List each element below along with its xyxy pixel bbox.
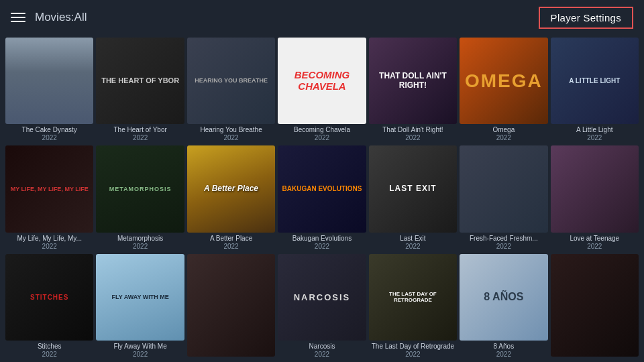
movie-item-last-exit[interactable]: LAST EXIT Last Exit 2022: [369, 145, 457, 251]
poster-text-row3g: [551, 254, 639, 357]
movie-poster-last-day-retrograde: THE LAST DAY OF RETROGRADE: [369, 254, 457, 341]
menu-icon[interactable]: [11, 13, 25, 22]
movie-title-that-doll: That Doll Ain't Right!: [369, 125, 457, 134]
movie-info-omega: Omega 2022: [460, 124, 547, 143]
movie-year-a-better-place: 2022: [187, 243, 275, 250]
movie-title-fly-away-with-me: Fly Away With Me: [96, 342, 184, 351]
movie-poster-bakugan-evolutions: BAKUGAN EVOLUTIONS: [278, 145, 366, 232]
movie-poster-narcosis: NARCOSIS: [278, 254, 366, 341]
poster-text-that-doll: THAT DOLL AIN'T RIGHT!: [369, 38, 457, 124]
poster-text-hearing-you-breathe: HEARING YOU BREATHE: [187, 38, 275, 124]
movie-item-fresh-faced[interactable]: Fresh-Faced Freshm... 2022: [460, 145, 547, 251]
poster-text-a-little-light: A LITTLE LIGHT: [551, 38, 639, 124]
poster-text-a-better-place: A Better Place: [187, 145, 275, 232]
movie-title-metamorphosis: Metamorphosis: [96, 234, 184, 243]
movie-year-fresh-faced: 2022: [460, 243, 547, 250]
movie-info-cake-dynasty: The Cake Dynasty 2022: [5, 124, 93, 143]
movie-title-a-better-place: A Better Place: [187, 234, 275, 243]
movie-info-my-life: My Life, My Life, My... 2022: [5, 233, 93, 251]
movie-item-cake-dynasty[interactable]: The Cake Dynasty 2022: [5, 38, 93, 143]
movie-info-that-doll: That Doll Ain't Right! 2022: [369, 124, 457, 143]
movie-year-last-exit: 2022: [369, 243, 457, 250]
movie-year-heart-of-ybor: 2022: [96, 134, 184, 141]
movie-item-love-at-teenage[interactable]: Love at Teenage 2022: [551, 145, 639, 251]
movie-title-8-anos: 8 Años: [460, 342, 547, 351]
movie-year-stitches: 2022: [5, 351, 93, 358]
movie-poster-stitches: STITCHES: [5, 254, 93, 341]
movie-item-metamorphosis[interactable]: METAMORPHOSIS Metamorphosis 2022: [96, 145, 184, 251]
movie-title-last-exit: Last Exit: [369, 234, 457, 243]
movie-title-last-day-retrograde: The Last Day of Retrograde: [369, 342, 457, 351]
movie-item-heart-of-ybor[interactable]: THE HEART OF YBOR The Heart of Ybor 2022: [96, 38, 184, 143]
movie-item-that-doll[interactable]: THAT DOLL AIN'T RIGHT! That Doll Ain't R…: [369, 38, 457, 143]
movie-year-fly-away-with-me: 2022: [96, 351, 184, 358]
poster-text-last-day-retrograde: THE LAST DAY OF RETROGRADE: [369, 254, 457, 341]
movie-item-row3c[interactable]: [187, 254, 275, 359]
movie-item-narcosis[interactable]: NARCOSIS Narcosis 2022: [278, 254, 366, 359]
movie-poster-a-better-place: A Better Place: [187, 145, 275, 232]
movie-poster-hearing-you-breathe: HEARING YOU BREATHE: [187, 38, 275, 124]
movie-info-metamorphosis: Metamorphosis 2022: [96, 233, 184, 251]
movie-poster-omega: OMEGA: [460, 38, 547, 124]
movie-title-my-life: My Life, My Life, My...: [5, 234, 93, 243]
movie-poster-love-at-teenage: [551, 145, 639, 232]
movie-poster-metamorphosis: METAMORPHOSIS: [96, 145, 184, 232]
movie-item-becoming-chavela[interactable]: BECOMING CHAVELA Becoming Chavela 2022: [278, 38, 366, 143]
movie-info-becoming-chavela: Becoming Chavela 2022: [278, 124, 366, 143]
movie-title-narcosis: Narcosis: [278, 342, 366, 351]
movie-poster-that-doll: THAT DOLL AIN'T RIGHT!: [369, 38, 457, 124]
movie-title-love-at-teenage: Love at Teenage: [551, 234, 639, 243]
movie-item-my-life[interactable]: MY LIFE, MY LIFE, MY LIFE My Life, My Li…: [5, 145, 93, 251]
movie-poster-my-life: MY LIFE, MY LIFE, MY LIFE: [5, 145, 93, 232]
movie-title-a-little-light: A Little Light: [551, 125, 639, 134]
poster-text-heart-of-ybor: THE HEART OF YBOR: [96, 38, 184, 124]
movie-year-hearing-you-breathe: 2022: [187, 134, 275, 141]
movie-year-a-little-light: 2022: [551, 134, 639, 141]
movie-info-8-anos: 8 Años 2022: [460, 341, 547, 359]
header: Movies:All Player Settings: [0, 0, 644, 35]
movie-poster-last-exit: LAST EXIT: [369, 145, 457, 232]
poster-text-becoming-chavela: BECOMING CHAVELA: [278, 38, 366, 124]
movie-poster-8-anos: 8 AÑOS: [460, 254, 547, 341]
movie-poster-fly-away-with-me: FLY AWAY WITH ME: [96, 254, 184, 341]
page-title: Movies:All: [35, 11, 87, 24]
movie-poster-heart-of-ybor: THE HEART OF YBOR: [96, 38, 184, 124]
movie-item-stitches[interactable]: STITCHES Stitches 2022: [5, 254, 93, 359]
movie-poster-row3c: [187, 254, 275, 357]
movie-info-bakugan-evolutions: Bakugan Evolutions 2022: [278, 233, 366, 251]
movie-poster-cake-dynasty: [5, 38, 93, 124]
movie-year-metamorphosis: 2022: [96, 243, 184, 250]
movie-title-heart-of-ybor: The Heart of Ybor: [96, 125, 184, 134]
movie-title-cake-dynasty: The Cake Dynasty: [5, 125, 93, 134]
poster-text-stitches: STITCHES: [5, 254, 93, 341]
movie-year-bakugan-evolutions: 2022: [278, 243, 366, 250]
movie-info-last-exit: Last Exit 2022: [369, 233, 457, 251]
movie-item-omega[interactable]: OMEGA Omega 2022: [460, 38, 547, 143]
movie-poster-a-little-light: A LITTLE LIGHT: [551, 38, 639, 124]
player-settings-button[interactable]: Player Settings: [539, 7, 633, 29]
movie-title-becoming-chavela: Becoming Chavela: [278, 125, 366, 134]
movie-item-bakugan-evolutions[interactable]: BAKUGAN EVOLUTIONS Bakugan Evolutions 20…: [278, 145, 366, 251]
movie-item-last-day-retrograde[interactable]: THE LAST DAY OF RETROGRADE The Last Day …: [369, 254, 457, 359]
movie-year-omega: 2022: [460, 134, 547, 141]
poster-text-my-life: MY LIFE, MY LIFE, MY LIFE: [5, 145, 93, 232]
movie-info-hearing-you-breathe: Hearing You Breathe 2022: [187, 124, 275, 143]
movie-year-8-anos: 2022: [460, 351, 547, 358]
movie-item-a-better-place[interactable]: A Better Place A Better Place 2022: [187, 145, 275, 251]
movie-info-row3c: [187, 357, 275, 359]
movie-year-cake-dynasty: 2022: [5, 134, 93, 141]
movie-info-stitches: Stitches 2022: [5, 341, 93, 359]
movie-item-hearing-you-breathe[interactable]: HEARING YOU BREATHE Hearing You Breathe …: [187, 38, 275, 143]
poster-text-last-exit: LAST EXIT: [369, 145, 457, 232]
movie-info-last-day-retrograde: The Last Day of Retrograde 2022: [369, 341, 457, 359]
movie-item-8-anos[interactable]: 8 AÑOS 8 Años 2022: [460, 254, 547, 359]
movie-poster-row3g: [551, 254, 639, 357]
movie-grid: The Cake Dynasty 2022 THE HEART OF YBOR …: [0, 35, 644, 362]
poster-text-fresh-faced: [460, 145, 547, 232]
movie-item-fly-away-with-me[interactable]: FLY AWAY WITH ME Fly Away With Me 2022: [96, 254, 184, 359]
poster-text-8-anos: 8 AÑOS: [460, 254, 547, 341]
movie-title-fresh-faced: Fresh-Faced Freshm...: [460, 234, 547, 243]
movie-info-a-little-light: A Little Light 2022: [551, 124, 639, 143]
movie-item-row3g[interactable]: [551, 254, 639, 359]
movie-item-a-little-light[interactable]: A LITTLE LIGHT A Little Light 2022: [551, 38, 639, 143]
